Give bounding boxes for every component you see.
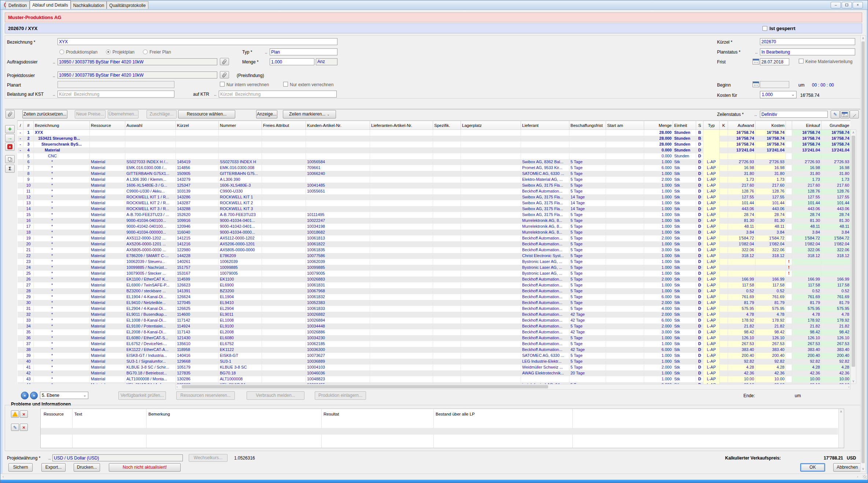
grid-cell[interactable] xyxy=(606,230,644,235)
grid-cell[interactable]: 10055651 xyxy=(306,189,370,194)
grid-cell[interactable] xyxy=(433,224,461,230)
grid-cell[interactable] xyxy=(606,142,644,147)
grid-cell[interactable] xyxy=(433,235,461,241)
grid-cell[interactable] xyxy=(370,241,433,247)
add-row-button[interactable]: + xyxy=(5,125,15,133)
grid-cell[interactable]: 48.11 xyxy=(728,224,756,230)
grid-cell[interactable] xyxy=(786,288,792,294)
kurzel-input[interactable] xyxy=(760,38,855,45)
grid-cell[interactable]: Stk xyxy=(673,365,696,370)
grid-cell[interactable] xyxy=(461,247,521,253)
grid-cell[interactable] xyxy=(606,136,644,142)
grid-cell[interactable]: 44 xyxy=(23,382,34,384)
grid-cell[interactable]: 10046036 xyxy=(306,370,370,376)
grid-cell[interactable]: * xyxy=(34,218,90,224)
grid-cell[interactable]: 25 xyxy=(23,271,34,277)
grid-cell[interactable]: Swibox AG, 3175 Fla... xyxy=(521,194,569,200)
grid-cell[interactable]: 42 Tage xyxy=(569,347,606,353)
grid-cell[interactable] xyxy=(606,165,644,171)
grid-cell[interactable] xyxy=(786,335,792,341)
grid-cell[interactable]: 5 Tage xyxy=(569,341,606,347)
grid-cell[interactable]: EL9011 xyxy=(219,312,262,318)
grid-cell[interactable] xyxy=(370,171,433,177)
grid-cell[interactable]: 5 Tage xyxy=(569,300,606,306)
grid-cell[interactable] xyxy=(433,259,461,265)
grid-cell[interactable] xyxy=(606,376,644,382)
grid-cell[interactable]: 21.82 xyxy=(728,323,756,329)
column-header[interactable]: Lagerplatz xyxy=(461,121,521,130)
grid-cell[interactable]: 443.06 xyxy=(792,206,821,212)
grid-cell[interactable]: EL1904 xyxy=(219,294,262,300)
grid-cell[interactable]: Material xyxy=(90,288,125,294)
grid-cell[interactable]: AX5112-0000-1202 ... xyxy=(125,235,176,241)
scroll-right-icon[interactable]: › xyxy=(857,475,858,479)
grid-cell[interactable]: 4.28 xyxy=(728,365,756,370)
grid-cell[interactable]: 10099885 xyxy=(306,265,370,271)
grid-cell[interactable]: 9000-41034-0401... xyxy=(219,218,262,224)
grid-cell[interactable]: 322.06 xyxy=(792,247,821,253)
insert-row-button[interactable]: → xyxy=(5,134,15,142)
grid-cell[interactable]: D xyxy=(696,271,703,277)
calendar-tool-button[interactable]: 12 xyxy=(840,110,849,118)
grid-cell[interactable] xyxy=(18,318,23,323)
grid-cell[interactable]: 38 xyxy=(23,347,34,353)
grid-cell[interactable] xyxy=(461,171,521,177)
grid-cell[interactable]: 2.000 xyxy=(644,277,673,282)
grid-cell[interactable]: 1'082.04 xyxy=(756,241,786,247)
grid-cell[interactable]: Stk xyxy=(673,224,696,230)
grid-cell[interactable]: 10026884 xyxy=(306,318,370,323)
grid-cell[interactable] xyxy=(720,171,728,177)
grid-cell[interactable] xyxy=(370,253,433,259)
grid-cell[interactable]: D xyxy=(696,241,703,247)
grid-cell[interactable]: 114600 xyxy=(176,312,219,318)
grid-cell[interactable]: 1.000 xyxy=(644,376,673,382)
table-row[interactable]: -2153421 Steuerung B...28.000StundenB16'… xyxy=(18,136,851,142)
grid-cell[interactable]: 81.30 xyxy=(821,218,851,224)
grid-cell[interactable]: 9000-41034-040100... xyxy=(125,218,176,224)
grid-cell[interactable]: D xyxy=(696,165,703,171)
grid-cell[interactable]: 13 xyxy=(23,200,34,206)
grid-cell[interactable]: 27 xyxy=(23,282,34,288)
column-header[interactable]: S xyxy=(696,121,703,130)
grid-cell[interactable]: Stk xyxy=(673,359,696,365)
grid-cell[interactable]: 12 xyxy=(23,194,34,200)
grid-cell[interactable]: * xyxy=(34,200,90,206)
grid-cell[interactable]: B xyxy=(696,130,703,136)
grid-cell[interactable]: D xyxy=(696,365,703,370)
grid-cell[interactable] xyxy=(720,365,728,370)
grid-cell[interactable]: 114924 xyxy=(176,323,219,329)
grid-cell[interactable]: 2'726.93 xyxy=(728,159,756,165)
grid-cell[interactable]: Stunden xyxy=(673,130,696,136)
grid-cell[interactable]: 200.40 xyxy=(728,353,756,359)
grid-cell[interactable]: 16.98 xyxy=(728,165,756,171)
column-header[interactable]: # xyxy=(23,121,34,130)
grid-cell[interactable]: 5 Tage xyxy=(569,165,606,171)
grid-cell[interactable] xyxy=(18,370,23,376)
grid-cell[interactable]: Murrelektronik AG, 8... xyxy=(521,224,569,230)
grid-cell[interactable]: EMK.016.0300.008 xyxy=(219,165,262,171)
grid-cell[interactable]: D xyxy=(696,265,703,271)
grid-cell[interactable]: 1'584.72 xyxy=(756,235,786,241)
grid-cell[interactable] xyxy=(370,277,433,282)
grid-cell[interactable] xyxy=(262,271,306,277)
table-row[interactable]: 42*MaterialBG70.18 / Betriebsst...127835… xyxy=(18,370,851,376)
grid-cell[interactable]: 16'758.74 xyxy=(728,130,756,136)
grid-cell[interactable]: 5 Tage xyxy=(569,253,606,259)
grid-cell[interactable] xyxy=(606,253,644,259)
grid-cell[interactable]: 761.69 xyxy=(728,294,756,300)
grid-cell[interactable]: Stk xyxy=(673,235,696,241)
grid-cell[interactable]: 28.74 xyxy=(756,212,786,218)
grid-cell[interactable]: Beckhoff Automation... xyxy=(521,300,569,306)
grid-cell[interactable] xyxy=(720,259,728,265)
grid-cell[interactable] xyxy=(720,230,728,235)
grid-cell[interactable]: 143288 xyxy=(176,206,219,212)
grid-cell[interactable] xyxy=(606,218,644,224)
grid-cell[interactable]: Material xyxy=(90,165,125,171)
grid-cell[interactable] xyxy=(786,200,792,206)
grid-cell[interactable]: 0.52 xyxy=(821,288,851,294)
grid-cell[interactable]: 37 xyxy=(23,341,34,347)
grid-cell[interactable]: * xyxy=(34,312,90,318)
grid-cell[interactable] xyxy=(18,353,23,359)
grid-cell[interactable]: Swibox AG, 3175 Fla... xyxy=(521,200,569,206)
grid-cell[interactable]: Stk xyxy=(673,294,696,300)
